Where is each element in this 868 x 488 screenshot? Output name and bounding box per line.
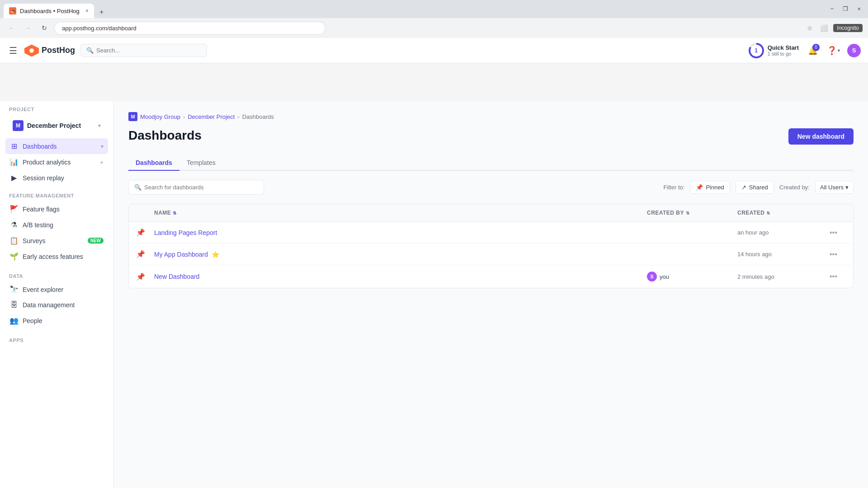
search-icon: 🔍 <box>86 47 94 54</box>
pinned-filter-btn[interactable]: 📌 Pinned <box>690 181 730 194</box>
pin-cell-2[interactable]: 📌 <box>136 250 154 258</box>
notifications-btn[interactable]: 🔔 0 <box>806 44 820 57</box>
help-btn[interactable]: ❓ ▾ <box>827 46 840 56</box>
restore-btn[interactable]: ❐ <box>839 4 852 14</box>
new-tab-btn[interactable]: + <box>96 6 107 18</box>
menu-toggle-btn[interactable]: ☰ <box>7 43 19 58</box>
th-created-label: CREATED <box>737 210 764 216</box>
all-users-filter-btn[interactable]: All Users ▾ <box>815 181 854 194</box>
pin-cell-1[interactable]: 📌 <box>136 228 154 237</box>
search-input[interactable] <box>96 47 201 54</box>
more-btn-1[interactable]: ••• <box>828 227 839 238</box>
search-dashboards-icon: 🔍 <box>134 184 142 191</box>
bookmark-icon[interactable]: ☆ <box>805 23 815 33</box>
new-dashboard-btn[interactable]: New dashboard <box>788 128 854 145</box>
breadcrumb-group-icon: M <box>128 112 137 121</box>
surveys-label: Surveys <box>23 237 83 244</box>
event-explorer-icon: 🔭 <box>10 285 18 294</box>
dashboards-icon: ⊞ <box>10 142 18 150</box>
browser-chrome: 🦔 Dashboards • PostHog × + − ❐ × ← → ↻ a… <box>0 0 868 38</box>
search-dashboards-container[interactable]: 🔍 <box>128 180 264 195</box>
sidebar: PROJECT M December Project ▾ ⊞ Dashboard… <box>0 101 114 488</box>
sidebar-item-people[interactable]: 👥 People <box>5 313 108 328</box>
logo-text: PostHog <box>42 46 75 55</box>
sidebar-item-data-management[interactable]: 🗄 Data management <box>5 297 108 313</box>
tab-title: Dashboards • PostHog <box>20 8 82 14</box>
all-users-chevron-icon: ▾ <box>845 184 849 191</box>
feature-management-section: FEATURE MANAGEMENT 🚩 Feature flags ⚗ A/B… <box>0 186 113 266</box>
tab-templates[interactable]: Templates <box>179 155 223 171</box>
dashboard-link-2[interactable]: My App Dashboard ⭐ <box>154 251 647 258</box>
th-name-sort-icon: ⇅ <box>173 211 176 216</box>
search-container[interactable]: 🔍 <box>80 44 207 57</box>
nav-items: ⊞ Dashboards ▾ 📊 Product analytics + ▶ S… <box>0 138 113 186</box>
sidebar-item-session-replay[interactable]: ▶ Session replay <box>5 170 108 186</box>
project-header: M December Project ▾ <box>5 115 108 136</box>
table-row: 📌 Landing Pages Report an hour ago ••• <box>129 222 853 244</box>
svg-point-0 <box>29 48 34 53</box>
dashboard-link-1[interactable]: Landing Pages Report <box>154 229 647 236</box>
cast-icon[interactable]: ⬜ <box>818 23 830 33</box>
session-replay-label: Session replay <box>23 174 104 182</box>
url-bar[interactable]: app.posthog.com/dashboard <box>54 22 326 35</box>
active-tab[interactable]: 🦔 Dashboards • PostHog × <box>4 4 94 18</box>
quick-start[interactable]: 1 Quick Start 1 still to go <box>749 43 799 58</box>
product-analytics-add-icon[interactable]: + <box>100 159 104 166</box>
back-btn[interactable]: ← <box>5 22 18 34</box>
pin-cell-3[interactable]: 📌 <box>136 272 154 281</box>
th-created-sort-icon: ⇅ <box>766 211 770 216</box>
pin-filter-icon: 📌 <box>696 184 703 191</box>
sidebar-item-product-analytics[interactable]: 📊 Product analytics + <box>5 154 108 170</box>
pin-icon-1: 📌 <box>136 229 145 236</box>
address-bar: ← → ↻ app.posthog.com/dashboard ☆ ⬜ Inco… <box>0 18 868 38</box>
breadcrumb-group-link[interactable]: Moodjoy Group <box>140 113 180 120</box>
feature-flags-icon: 🚩 <box>10 205 18 213</box>
question-icon: ❓ <box>827 46 837 56</box>
page-header: Dashboards New dashboard <box>128 128 854 145</box>
close-btn[interactable]: × <box>854 4 864 14</box>
product-analytics-label: Product analytics <box>23 159 95 166</box>
tab-close-btn[interactable]: × <box>85 8 89 14</box>
share-icon: ↗ <box>741 184 746 191</box>
created-time-2: 14 hours ago <box>737 251 828 258</box>
sidebar-item-event-explorer[interactable]: 🔭 Event explorer <box>5 282 108 297</box>
sidebar-item-feature-flags[interactable]: 🚩 Feature flags <box>5 201 108 217</box>
sidebar-item-early-access[interactable]: 🌱 Early access features <box>5 249 108 264</box>
more-btn-3[interactable]: ••• <box>828 271 839 282</box>
dashboard-name-2: My App Dashboard <box>154 251 208 258</box>
filters-row: 🔍 Filter to: 📌 Pinned ↗ Shared Created b… <box>128 180 854 195</box>
th-created-by[interactable]: CREATED BY ⇅ <box>647 210 737 216</box>
apps-section: APPS <box>0 330 113 347</box>
project-chevron-icon[interactable]: ▾ <box>98 122 101 129</box>
breadcrumb-project-link[interactable]: December Project <box>188 113 235 120</box>
dashboards-table: NAME ⇅ CREATED BY ⇅ CREATED ⇅ <box>128 204 854 288</box>
th-name[interactable]: NAME ⇅ <box>154 210 647 216</box>
more-cell-2: ••• <box>828 250 846 258</box>
th-created[interactable]: CREATED ⇅ <box>737 210 828 216</box>
minimize-btn[interactable]: − <box>827 4 838 14</box>
user-avatar-btn[interactable]: S <box>847 44 861 57</box>
help-chevron: ▾ <box>838 48 840 53</box>
tab-favicon: 🦔 <box>9 7 16 14</box>
apps-label: APPS <box>5 338 108 346</box>
sidebar-item-surveys[interactable]: 📋 Surveys NEW <box>5 233 108 249</box>
search-dashboards-input[interactable] <box>144 184 258 191</box>
app-container: ☰ PostHog 🔍 1 Quick Start 1 still to go <box>0 38 868 488</box>
page-title: Dashboards <box>128 128 202 143</box>
sidebar-item-dashboards[interactable]: ⊞ Dashboards ▾ <box>5 138 108 154</box>
sidebar-item-ab-testing[interactable]: ⚗ A/B testing <box>5 217 108 233</box>
address-right: ☆ ⬜ Incognito <box>805 23 863 33</box>
tab-dashboards[interactable]: Dashboards <box>128 155 179 171</box>
created-time-1: an hour ago <box>737 229 828 236</box>
forward-btn[interactable]: → <box>22 22 34 34</box>
reload-btn[interactable]: ↻ <box>38 22 51 34</box>
more-btn-2[interactable]: ••• <box>828 249 839 260</box>
people-label: People <box>23 317 104 324</box>
ab-testing-icon: ⚗ <box>10 221 18 229</box>
shared-label: Shared <box>749 184 768 191</box>
th-created-by-sort-icon: ⇅ <box>686 211 689 216</box>
th-actions <box>828 210 846 216</box>
shared-filter-btn[interactable]: ↗ Shared <box>736 181 774 194</box>
dashboard-link-3[interactable]: New Dashboard <box>154 273 647 280</box>
created-time-3: 2 minutes ago <box>737 273 828 280</box>
